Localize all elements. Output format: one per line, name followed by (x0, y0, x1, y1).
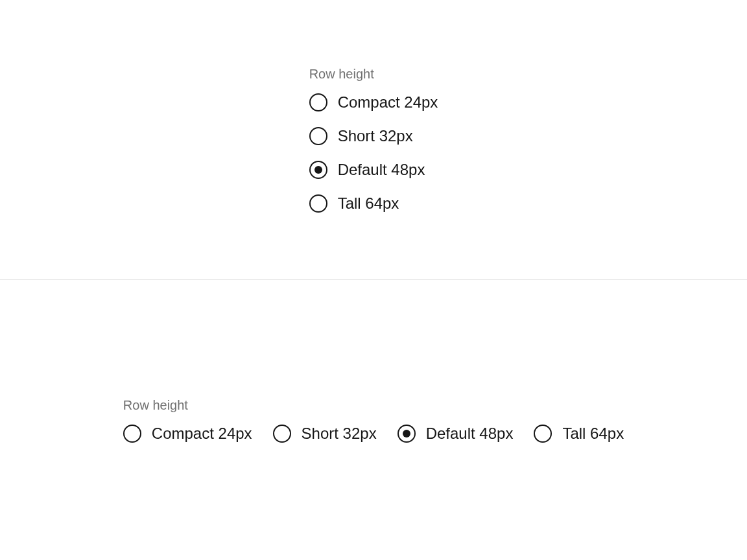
radio-options-row: Compact 24px Short 32px Default 48px Tal… (123, 425, 624, 443)
section-horizontal-radio-group: Row height Compact 24px Short 32px Defau… (0, 280, 747, 560)
row-height-radio-group-horizontal: Row height Compact 24px Short 32px Defau… (123, 398, 624, 443)
radio-icon (123, 425, 141, 443)
radio-label: Short 32px (302, 425, 377, 443)
radio-icon (397, 425, 416, 443)
radio-label: Compact 24px (152, 425, 252, 443)
radio-icon (309, 194, 327, 213)
radio-option-default[interactable]: Default 48px (397, 425, 514, 443)
radio-option-tall[interactable]: Tall 64px (309, 194, 399, 213)
radio-label: Tall 64px (338, 194, 399, 213)
radio-label: Default 48px (426, 425, 514, 443)
radio-icon (309, 161, 327, 179)
radio-label: Compact 24px (338, 93, 438, 111)
radio-label: Default 48px (338, 161, 425, 179)
section-vertical-radio-group: Row height Compact 24px Short 32px Defau… (0, 0, 747, 280)
radio-option-short[interactable]: Short 32px (273, 425, 377, 443)
radio-option-compact[interactable]: Compact 24px (309, 93, 438, 111)
radio-icon (309, 93, 327, 111)
radio-icon (309, 127, 327, 145)
radio-option-short[interactable]: Short 32px (309, 127, 413, 145)
radio-label: Tall 64px (562, 425, 624, 443)
radio-label: Short 32px (338, 127, 413, 145)
radio-icon (273, 425, 291, 443)
radio-option-tall[interactable]: Tall 64px (534, 425, 624, 443)
row-height-radio-group-vertical: Row height Compact 24px Short 32px Defau… (309, 67, 438, 213)
group-label: Row height (309, 67, 374, 82)
radio-option-default[interactable]: Default 48px (309, 161, 425, 179)
radio-icon (534, 425, 552, 443)
group-label: Row height (123, 398, 188, 413)
radio-option-compact[interactable]: Compact 24px (123, 425, 252, 443)
